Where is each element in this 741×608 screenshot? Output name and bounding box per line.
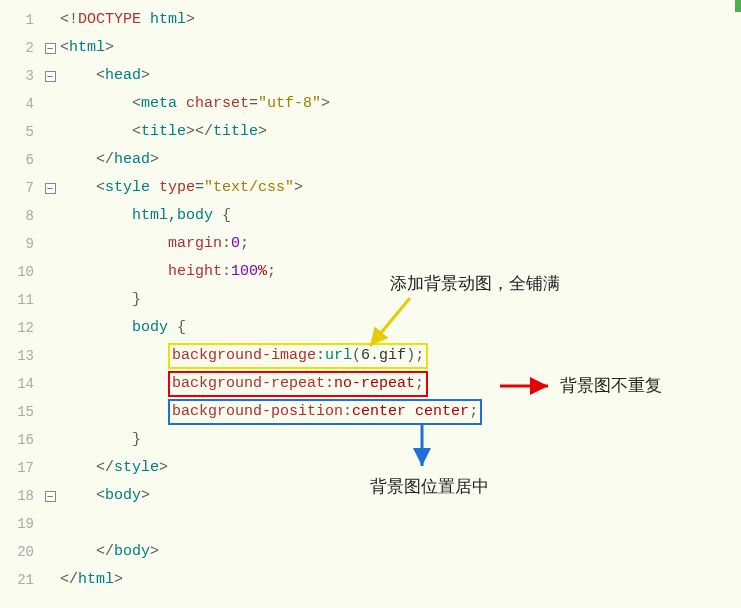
line-number: 15 — [0, 398, 40, 426]
line-number: 3 — [0, 62, 40, 90]
line-number: 9 — [0, 230, 40, 258]
line-number: 19 — [0, 510, 40, 538]
line-number: 4 — [0, 90, 40, 118]
line-number-gutter: 1 2 3 4 5 6 7 8 9 10 11 12 13 14 15 16 1… — [0, 0, 40, 608]
line-number: 6 — [0, 146, 40, 174]
fold-gutter: − − − − — [40, 0, 60, 608]
line-number: 16 — [0, 426, 40, 454]
fold-toggle-icon[interactable]: − — [45, 491, 56, 502]
line-number: 14 — [0, 370, 40, 398]
line-number: 2 — [0, 34, 40, 62]
annotation-red: 背景图不重复 — [560, 374, 662, 397]
line-number: 12 — [0, 314, 40, 342]
highlight-red: background-repeat:no-repeat; — [168, 371, 428, 397]
fold-toggle-icon[interactable]: − — [45, 71, 56, 82]
line-number: 13 — [0, 342, 40, 370]
highlight-yellow: background-image:url(6.gif); — [168, 343, 428, 369]
fold-toggle-icon[interactable]: − — [45, 43, 56, 54]
line-number: 21 — [0, 566, 40, 594]
line-number: 17 — [0, 454, 40, 482]
change-marker — [735, 0, 741, 12]
line-number: 18 — [0, 482, 40, 510]
line-number: 5 — [0, 118, 40, 146]
line-number: 11 — [0, 286, 40, 314]
line-number: 7 — [0, 174, 40, 202]
code-area[interactable]: <!DOCTYPE html> <html> <head> <meta char… — [60, 0, 741, 608]
line-number: 1 — [0, 6, 40, 34]
code-editor: 1 2 3 4 5 6 7 8 9 10 11 12 13 14 15 16 1… — [0, 0, 741, 608]
annotation-blue: 背景图位置居中 — [370, 475, 489, 498]
line-number: 8 — [0, 202, 40, 230]
line-number: 20 — [0, 538, 40, 566]
line-number: 10 — [0, 258, 40, 286]
highlight-blue: background-position:center center; — [168, 399, 482, 425]
fold-toggle-icon[interactable]: − — [45, 183, 56, 194]
annotation-yellow: 添加背景动图，全铺满 — [390, 272, 560, 295]
